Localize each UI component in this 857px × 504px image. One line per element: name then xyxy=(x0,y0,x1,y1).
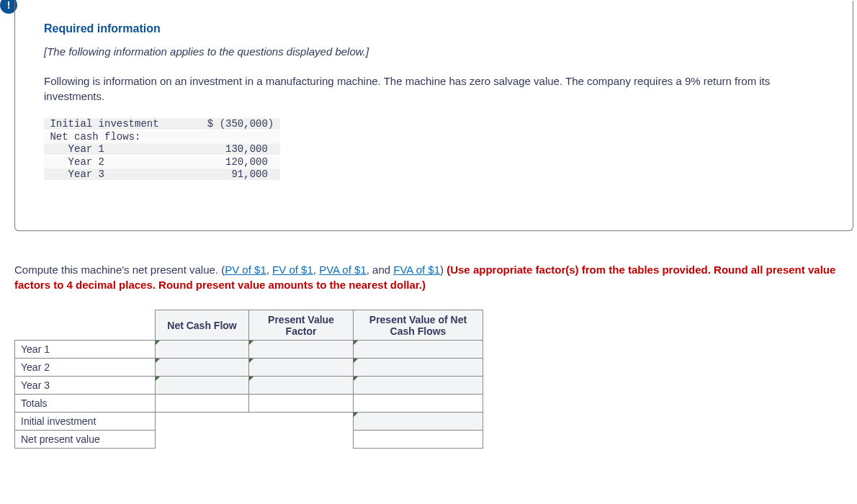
ncf-input[interactable] xyxy=(156,359,249,377)
row-label: Net present value xyxy=(15,431,156,449)
header-blank xyxy=(15,310,156,341)
table-row: Initial investment xyxy=(15,413,483,431)
mono-label: Year 2 xyxy=(44,156,207,168)
mono-value: 130,000 xyxy=(207,143,280,155)
instr-prefix: Compute this machine's net present value… xyxy=(14,264,225,276)
table-row: Net present value xyxy=(15,431,483,449)
header-net-cash-flow: Net Cash Flow xyxy=(156,310,249,341)
mono-label: Net cash flows: xyxy=(44,131,207,143)
paren: ) xyxy=(440,264,447,276)
answer-table: Net Cash Flow Present Value Factor Prese… xyxy=(14,310,483,449)
ncf-total xyxy=(156,395,249,413)
header-pv-factor: Present Value Factor xyxy=(249,310,354,341)
pv-link[interactable]: PV of $1 xyxy=(225,264,266,276)
ncf-input[interactable] xyxy=(156,377,249,395)
pvnet-total xyxy=(354,395,483,413)
mono-value: 91,000 xyxy=(207,168,280,180)
table-row: Year 2 xyxy=(15,359,483,377)
mono-label: Year 1 xyxy=(44,143,207,155)
row-label: Initial investment xyxy=(15,413,156,431)
pvnet-input[interactable] xyxy=(354,377,483,395)
table-row: Year 1 xyxy=(15,341,483,359)
pvf-total xyxy=(249,395,354,413)
row-label: Year 3 xyxy=(15,377,156,395)
sep: , and xyxy=(367,264,394,276)
required-heading: Required information xyxy=(44,22,824,35)
table-row: Year 3 xyxy=(15,377,483,395)
mono-value xyxy=(207,131,280,143)
info-card: Required information [The following info… xyxy=(14,1,853,231)
fv-link[interactable]: FV of $1 xyxy=(272,264,313,276)
applies-note: [The following information applies to th… xyxy=(44,45,824,58)
mono-label: Year 3 xyxy=(44,168,207,180)
pva-link[interactable]: PVA of $1 xyxy=(319,264,367,276)
pvf-input[interactable] xyxy=(249,359,354,377)
pvnet-input[interactable] xyxy=(354,341,483,359)
row-label: Year 1 xyxy=(15,341,156,359)
mono-value: 120,000 xyxy=(207,156,280,168)
pvf-input[interactable] xyxy=(249,341,354,359)
row-label: Year 2 xyxy=(15,359,156,377)
sep: , xyxy=(266,264,272,276)
pvnet-input[interactable] xyxy=(354,359,483,377)
row-label: Totals xyxy=(15,395,156,413)
npv-output xyxy=(354,431,483,449)
mono-value: $ (350,000) xyxy=(207,118,280,130)
mono-label: Initial investment xyxy=(44,118,207,130)
table-row: Totals xyxy=(15,395,483,413)
given-data-block: Initial investment $ (350,000) Net cash … xyxy=(44,118,824,181)
header-pv-net: Present Value of Net Cash Flows xyxy=(354,310,483,341)
fva-link[interactable]: FVA of $1 xyxy=(393,264,440,276)
problem-description: Following is information on an investmen… xyxy=(44,73,824,104)
pvf-input[interactable] xyxy=(249,377,354,395)
compute-instruction: Compute this machine's net present value… xyxy=(14,262,853,292)
sep: , xyxy=(313,264,319,276)
initial-investment-input[interactable] xyxy=(354,413,483,431)
ncf-input[interactable] xyxy=(156,341,249,359)
